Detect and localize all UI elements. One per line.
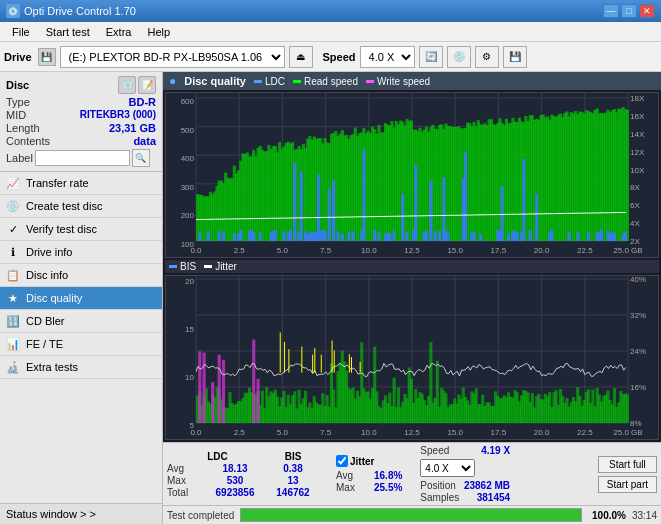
contents-value: data xyxy=(133,135,156,147)
create-test-disc-icon: 💿 xyxy=(6,199,20,213)
sidebar-item-fe-te[interactable]: 📊 FE / TE xyxy=(0,333,162,356)
drive-select[interactable]: (E:) PLEXTOR BD-R PX-LB950SA 1.06 xyxy=(60,46,285,68)
jitter-label: Jitter xyxy=(350,456,374,467)
progress-percent: 100.0% xyxy=(588,510,626,521)
speed-val: 4.19 X xyxy=(481,445,510,456)
action-buttons: Start full Start part xyxy=(598,456,657,493)
disc-quality-icon: ★ xyxy=(6,291,20,305)
type-value: BD-R xyxy=(129,96,157,108)
settings-button[interactable]: ⚙ xyxy=(475,46,499,68)
start-part-button[interactable]: Start part xyxy=(598,476,657,493)
mid-value: RITEKBR3 (000) xyxy=(80,109,156,121)
legend-jitter-label: Jitter xyxy=(215,261,237,272)
sidebar-item-verify-test-disc[interactable]: ✓ Verify test disc xyxy=(0,218,162,241)
legend-write-speed-label: Write speed xyxy=(377,76,430,87)
sidebar-item-extra-tests[interactable]: 🔬 Extra tests xyxy=(0,356,162,379)
label-input[interactable] xyxy=(35,150,130,166)
status-window-button[interactable]: Status window > > xyxy=(0,503,162,524)
avg-label: Avg xyxy=(167,463,202,474)
stats-bar: LDC BIS Avg 18.13 0.38 Max 530 13 Total … xyxy=(163,442,661,505)
jitter-avg: 16.8% xyxy=(374,470,402,481)
sidebar-item-create-test-disc[interactable]: 💿 Create test disc xyxy=(0,195,162,218)
stats-jitter: Jitter Avg 16.8% Max 25.5% xyxy=(336,455,402,493)
stats-ldc-bis: LDC BIS Avg 18.13 0.38 Max 530 13 Total … xyxy=(167,451,318,498)
top-chart-canvas xyxy=(166,93,658,257)
sidebar-item-transfer-rate[interactable]: 📈 Transfer rate xyxy=(0,172,162,195)
transfer-rate-icon: 📈 xyxy=(6,176,20,190)
legend-read-speed-label: Read speed xyxy=(304,76,358,87)
speed-label: Speed xyxy=(420,445,449,456)
sidebar-item-disc-info[interactable]: 📋 Disc info xyxy=(0,264,162,287)
start-full-button[interactable]: Start full xyxy=(598,456,657,473)
samples-label: Samples xyxy=(420,492,459,503)
fe-te-label: FE / TE xyxy=(26,338,63,350)
type-label: Type xyxy=(6,96,30,108)
chart-header: ● Disc quality LDC Read speed Write spee… xyxy=(163,72,661,90)
max-label: Max xyxy=(167,475,202,486)
menu-file[interactable]: File xyxy=(4,24,38,40)
maximize-button[interactable]: □ xyxy=(621,4,637,18)
legend-bis-label: BIS xyxy=(180,261,196,272)
disc-quality-label: Disc quality xyxy=(26,292,82,304)
chart-title: Disc quality xyxy=(184,75,246,87)
ldc-header: LDC xyxy=(193,451,243,462)
sidebar-item-cd-bler[interactable]: 🔢 CD Bler xyxy=(0,310,162,333)
jitter-max-label: Max xyxy=(336,482,366,493)
mid-label: MID xyxy=(6,109,26,121)
refresh-button[interactable]: 🔄 xyxy=(419,46,443,68)
legend-ldc: LDC xyxy=(254,76,285,87)
disc-panel: Disc 💿 📝 Type BD-R MID RITEKBR3 (000) Le… xyxy=(0,72,162,172)
menu-bar: File Start test Extra Help xyxy=(0,22,661,42)
disc-button[interactable]: 💿 xyxy=(447,46,471,68)
jitter-avg-label: Avg xyxy=(336,470,366,481)
label-browse-button[interactable]: 🔍 xyxy=(132,149,150,167)
main-area: Disc 💿 📝 Type BD-R MID RITEKBR3 (000) Le… xyxy=(0,72,661,524)
progress-bar-outer xyxy=(240,508,582,522)
samples-val: 381454 xyxy=(477,492,510,503)
max-bis: 13 xyxy=(268,475,318,486)
menu-extra[interactable]: Extra xyxy=(98,24,140,40)
disc-info-table: Type BD-R MID RITEKBR3 (000) Length 23,3… xyxy=(6,96,156,167)
menu-start-test[interactable]: Start test xyxy=(38,24,98,40)
legend-ldc-label: LDC xyxy=(265,76,285,87)
total-ldc: 6923856 xyxy=(210,487,260,498)
save-button[interactable]: 💾 xyxy=(503,46,527,68)
cd-bler-label: CD Bler xyxy=(26,315,65,327)
extra-tests-label: Extra tests xyxy=(26,361,78,373)
verify-test-disc-label: Verify test disc xyxy=(26,223,97,235)
progress-time: 33:14 xyxy=(632,510,657,521)
jitter-max: 25.5% xyxy=(374,482,402,493)
extra-tests-icon: 🔬 xyxy=(6,360,20,374)
sidebar-item-drive-info[interactable]: ℹ Drive info xyxy=(0,241,162,264)
legend-jitter: Jitter xyxy=(204,261,237,272)
drive-label: Drive xyxy=(4,51,32,63)
menu-help[interactable]: Help xyxy=(139,24,178,40)
sidebar-item-disc-quality[interactable]: ★ Disc quality xyxy=(0,287,162,310)
disc-info-label: Disc info xyxy=(26,269,68,281)
charts-area: BIS Jitter xyxy=(163,90,661,442)
transfer-rate-label: Transfer rate xyxy=(26,177,89,189)
speed-select-stats[interactable]: 4.0 X xyxy=(420,459,475,477)
verify-test-disc-icon: ✓ xyxy=(6,222,20,236)
position-label: Position xyxy=(420,480,456,491)
close-button[interactable]: ✕ xyxy=(639,4,655,18)
legend-bis: BIS xyxy=(169,261,196,272)
status-window-label: Status window > > xyxy=(6,508,96,520)
content-area: ● Disc quality LDC Read speed Write spee… xyxy=(163,72,661,524)
length-value: 23,31 GB xyxy=(109,122,156,134)
drive-info-icon: ℹ xyxy=(6,245,20,259)
disc-icon-1[interactable]: 💿 xyxy=(118,76,136,94)
app-title: Opti Drive Control 1.70 xyxy=(24,5,136,17)
avg-ldc: 18.13 xyxy=(210,463,260,474)
eject-button[interactable]: ⏏ xyxy=(289,46,313,68)
toolbar: Drive 💾 (E:) PLEXTOR BD-R PX-LB950SA 1.0… xyxy=(0,42,661,72)
bottom-chart-legend: BIS Jitter xyxy=(165,260,659,273)
progress-bar-area: Test completed 100.0% 33:14 xyxy=(163,505,661,524)
bottom-chart-canvas xyxy=(166,276,658,439)
disc-icon-2[interactable]: 📝 xyxy=(138,76,156,94)
minimize-button[interactable]: — xyxy=(603,4,619,18)
speed-select[interactable]: 4.0 X xyxy=(360,46,415,68)
stats-speed: Speed 4.19 X 4.0 X Position 23862 MB Sam… xyxy=(420,445,510,503)
create-test-disc-label: Create test disc xyxy=(26,200,102,212)
jitter-checkbox[interactable] xyxy=(336,455,348,467)
